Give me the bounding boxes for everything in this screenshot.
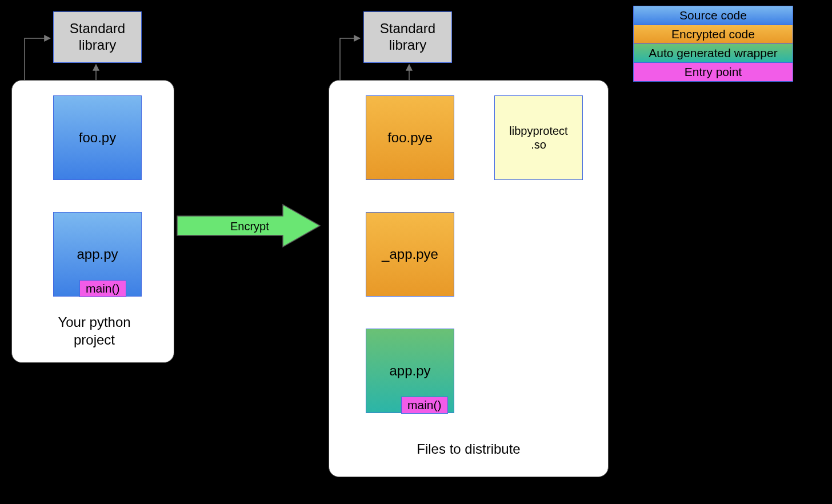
right-caption: Files to distribute [411,440,526,458]
legend-encrypted: Encrypted code [634,25,793,44]
right-main-badge: main() [401,397,448,414]
right-foo-box: foo.pye [366,95,454,180]
right-lib-box: libpyprotect .so [494,95,583,180]
legend-wrapper: Auto generated wrapper [634,44,793,63]
left-foo-box: foo.py [53,95,142,180]
legend-entry: Entry point [634,63,793,81]
right-stdlib-box: Standard library [363,11,452,63]
legend: Source code Encrypted code Auto generate… [633,6,793,82]
left-main-badge: main() [79,280,126,297]
encrypt-arrow-label: Encrypt [230,220,269,233]
right-app-enc-box: _app.pye [366,212,454,297]
legend-source: Source code [634,6,793,25]
left-caption: Your python project [34,313,154,349]
left-stdlib-box: Standard library [53,11,142,63]
